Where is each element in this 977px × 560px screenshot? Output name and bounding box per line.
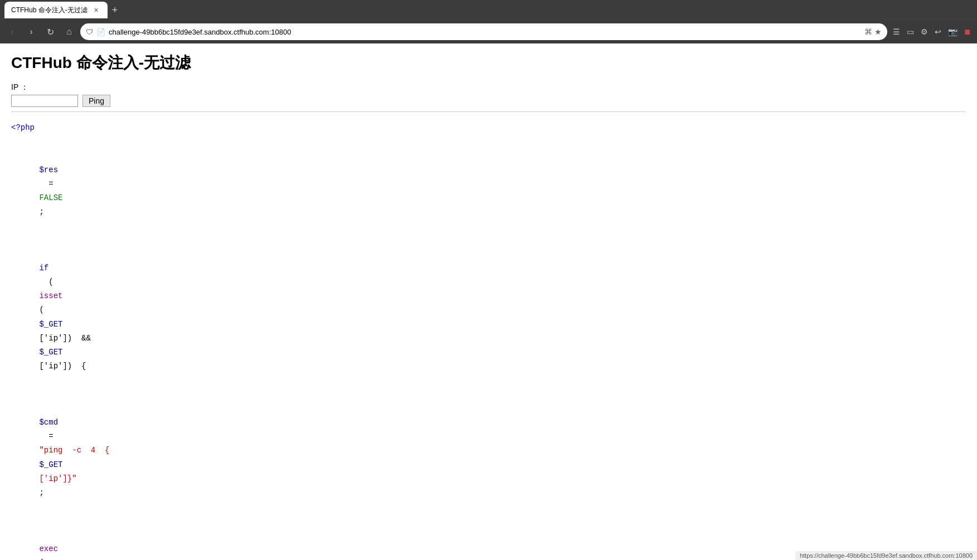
status-bar: https://challenge-49bb6bc15fd9e3ef.sandb… (795, 551, 977, 560)
code-token: $_GET (39, 320, 62, 329)
code-token: $res (39, 165, 58, 174)
library-button[interactable]: ☰ (891, 25, 902, 38)
tab-close-button[interactable]: × (92, 6, 101, 14)
code-line-5: if ( isset ( $_GET ['ip']) && $_GET ['ip… (11, 247, 966, 388)
code-line-6: $cmd = "ping -c 4 { $_GET ['ip']}" ; (11, 388, 966, 514)
forward-button[interactable]: › (23, 24, 39, 40)
code-token: exec (39, 544, 58, 553)
tab-bar: CTFHub 命令注入-无过滤 × + (0, 0, 977, 20)
menu-button[interactable]: ■ (962, 24, 973, 40)
address-book-icon: 📄 (96, 28, 105, 36)
code-token: FALSE (39, 193, 62, 202)
account-button[interactable]: 📷 (946, 25, 960, 38)
code-blank (11, 233, 966, 247)
address-bar-icons: ⌘ ★ (864, 27, 882, 36)
code-token: ['ip']) && (39, 334, 100, 343)
code-token: ( (39, 277, 53, 286)
ping-button[interactable]: Ping (82, 95, 110, 107)
code-token: <?php (11, 123, 35, 132)
address-bar-wrapper[interactable]: 🛡 📄 ⌘ ★ (80, 23, 887, 40)
page-title: CTFHub 命令注入-无过滤 (11, 52, 966, 74)
undo-button[interactable]: ↩ (932, 25, 944, 38)
browser-chrome: CTFHub 命令注入-无过滤 × + ‹ › ↻ ⌂ 🛡 📄 ⌘ ★ ☰ ▭ … (0, 0, 977, 43)
code-section: <?php $res = FALSE ; if ( isset ( $_GET … (11, 121, 966, 560)
code-token: = (39, 432, 62, 441)
settings-button[interactable]: ⚙ (918, 25, 930, 38)
code-token: $cmd (39, 418, 58, 427)
code-line-3: $res = FALSE ; (11, 149, 966, 233)
code-token (39, 530, 76, 539)
active-tab: CTFHub 命令注入-无过滤 × (4, 2, 108, 18)
code-token (39, 404, 76, 413)
code-token: isset (39, 291, 62, 300)
tab-title: CTFHub 命令注入-无过滤 (11, 6, 88, 15)
code-blank (11, 135, 966, 149)
code-token: if (39, 264, 48, 272)
code-token: "ping -c 4 { (39, 446, 109, 455)
new-tab-button[interactable]: + (108, 5, 123, 15)
code-token: $_GET (39, 348, 62, 357)
back-button[interactable]: ‹ (4, 24, 20, 40)
page-content: CTFHub 命令注入-无过滤 IP ： Ping <?php $res = F… (0, 43, 977, 560)
form-row: Ping (11, 95, 966, 107)
divider (11, 111, 966, 112)
code-token: = (39, 179, 62, 188)
ip-input[interactable] (11, 95, 78, 107)
code-token: ( (39, 305, 43, 314)
star-icon[interactable]: ★ (874, 27, 882, 36)
code-token: ['ip']}" (39, 474, 76, 483)
split-view-button[interactable]: ▭ (905, 25, 916, 38)
toolbar: ‹ › ↻ ⌂ 🛡 📄 ⌘ ★ ☰ ▭ ⚙ ↩ 📷 ■ (0, 20, 977, 43)
reload-button[interactable]: ↻ (42, 24, 58, 40)
code-line-1: <?php (11, 121, 966, 135)
grid-icon[interactable]: ⌘ (864, 27, 872, 36)
home-button[interactable]: ⌂ (61, 24, 77, 40)
security-icon: 🛡 (86, 28, 93, 36)
status-url: https://challenge-49bb6bc15fd9e3ef.sandb… (800, 552, 973, 559)
code-token: ['ip']) { (39, 362, 86, 371)
address-input[interactable] (109, 28, 861, 36)
code-token: $_GET (39, 460, 62, 469)
code-token: ; (39, 207, 43, 216)
toolbar-right: ☰ ▭ ⚙ ↩ 📷 ■ (891, 24, 973, 40)
ip-label: IP ： (11, 82, 966, 92)
form-section: IP ： Ping (11, 82, 966, 107)
code-token: ; (39, 488, 43, 497)
